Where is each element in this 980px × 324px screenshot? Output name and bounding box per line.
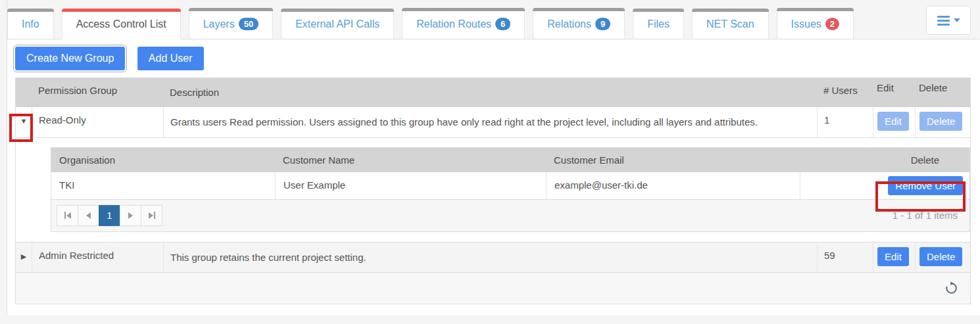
remove-user-button[interactable]: Remove User	[888, 176, 963, 195]
refresh-icon[interactable]	[944, 281, 958, 295]
group-users-detail: Organisation Customer Name Customer Emai…	[16, 138, 970, 243]
edit-column-header: Edit	[873, 78, 915, 107]
edit-group-button[interactable]: Edit	[877, 247, 909, 266]
pager-items-info: 1 - 1 of 1 items	[893, 210, 964, 221]
group-user-count: 1	[817, 107, 873, 137]
relations-count-badge: 9	[595, 18, 610, 30]
tab-files[interactable]: Files	[633, 9, 684, 39]
page-number-button[interactable]: 1	[99, 205, 120, 226]
group-users-grid: Organisation Customer Name Customer Emai…	[51, 147, 970, 232]
tab-relation-routes[interactable]: Relation Routes6	[402, 8, 525, 39]
tab-label: Issues	[791, 18, 821, 30]
hamburger-icon	[937, 14, 950, 28]
tab-label: Relation Routes	[416, 18, 491, 30]
tab-label: Access Control List	[76, 18, 166, 30]
issues-count-badge: 2	[825, 18, 839, 30]
tab-label: Relations	[547, 18, 591, 30]
tab-overflow-menu-button[interactable]	[926, 6, 971, 35]
group-description: Grants users Read permission. Users assi…	[163, 107, 817, 137]
tab-info[interactable]: Info	[7, 9, 54, 39]
group-name: Admin Restricted	[32, 243, 163, 272]
delete-column-header: Delete	[915, 78, 970, 107]
customer-email-column-header: Customer Email	[546, 148, 800, 172]
app-window: Info Access Control List Layers50 Extern…	[0, 0, 980, 324]
tab-label: NET Scan	[706, 18, 754, 30]
last-page-icon[interactable]	[141, 205, 162, 226]
first-page-icon[interactable]	[57, 205, 78, 226]
delete-column-header: Delete	[800, 148, 969, 172]
group-description: This group retains the current project s…	[163, 243, 817, 272]
edit-group-button[interactable]: Edit	[877, 112, 909, 131]
grid-footer	[16, 273, 970, 304]
users-grid-pager: 1 1 - 1 of 1 items	[51, 200, 969, 231]
layers-count-badge: 50	[239, 18, 258, 30]
organisation-column-header: Organisation	[51, 148, 275, 172]
acl-toolbar: Create New Group Add User	[7, 39, 980, 78]
users-count-column-header: # Users	[817, 78, 873, 107]
tab-label: Layers	[203, 18, 235, 30]
user-organisation: TKI	[51, 172, 275, 199]
relation-routes-count-badge: 6	[495, 18, 510, 30]
group-user-count: 59	[817, 243, 873, 272]
table-row-admin-restricted: ▶ Admin Restricted This group retains th…	[16, 243, 970, 273]
tab-external-api-calls[interactable]: External API Calls	[281, 9, 394, 39]
tab-label: External API Calls	[295, 18, 380, 30]
user-customer-email: example@user-tki.de	[546, 172, 800, 199]
chevron-down-icon	[954, 18, 960, 22]
tab-label: Files	[647, 18, 670, 30]
expand-arrow-icon[interactable]: ▶	[21, 252, 26, 261]
table-row-read-only: ▼ Read-Only Grants users Read permission…	[16, 107, 970, 137]
tab-access-control-list[interactable]: Access Control List	[62, 9, 181, 39]
tab-label: Info	[22, 18, 39, 30]
permission-group-column-header: Permission Group	[32, 78, 163, 107]
tab-net-scan[interactable]: NET Scan	[692, 9, 769, 39]
user-customer-name: User Example	[275, 172, 546, 199]
tab-issues[interactable]: Issues2	[777, 8, 854, 39]
tab-layers[interactable]: Layers50	[189, 8, 274, 39]
previous-page-icon[interactable]	[78, 205, 99, 226]
customer-name-column-header: Customer Name	[275, 148, 546, 172]
expander-column-header	[16, 78, 32, 107]
collapse-arrow-icon[interactable]: ▼	[20, 117, 28, 125]
description-column-header: Description	[163, 78, 817, 107]
delete-group-button[interactable]: Delete	[919, 112, 962, 131]
delete-group-button[interactable]: Delete	[919, 247, 962, 266]
create-new-group-button[interactable]: Create New Group	[15, 47, 125, 70]
permission-groups-grid: Permission Group Description # Users Edi…	[15, 78, 971, 304]
group-name: Read-Only	[32, 107, 163, 137]
access-control-list-panel: Create New Group Add User Permission Gro…	[7, 39, 980, 315]
table-row-user: TKI User Example example@user-tki.de Rem…	[51, 172, 969, 200]
grid-header-row: Permission Group Description # Users Edi…	[16, 78, 970, 107]
tab-relations[interactable]: Relations9	[533, 8, 625, 39]
add-user-button[interactable]: Add User	[137, 47, 204, 70]
tabstrip: Info Access Control List Layers50 Extern…	[7, 0, 980, 39]
next-page-icon[interactable]	[120, 205, 141, 226]
users-grid-header-row: Organisation Customer Name Customer Emai…	[51, 148, 969, 172]
